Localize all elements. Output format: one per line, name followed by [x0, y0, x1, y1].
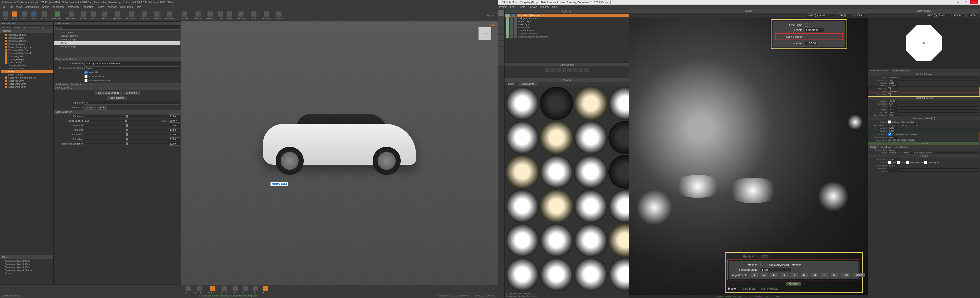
menu-render[interactable]: Rendering	[82, 6, 94, 8]
gamma-field[interactable]: 1	[888, 170, 898, 173]
mat-item[interactable]: Glass white 5mm	[1, 86, 53, 89]
me-scene[interactable]: Scene	[29, 26, 35, 29]
light-properties[interactable]: Master Settings NameUmbrella 1 Brightnes…	[868, 72, 980, 298]
preview-colorspace[interactable]: sRGB (rgbMonitor)	[926, 14, 951, 17]
tool-showall[interactable]: Show All	[192, 11, 204, 20]
solo-tool-icon[interactable]	[498, 41, 504, 46]
ctab-master[interactable]: Master	[728, 287, 737, 290]
preset-item[interactable]	[574, 258, 608, 291]
colorprofile-dd[interactable]: linear	[888, 158, 898, 160]
content-type-dd[interactable]: Image	[888, 149, 898, 151]
preset-item[interactable]	[608, 87, 629, 120]
shadowplane-check[interactable]	[84, 79, 88, 82]
lc-solo-icon[interactable]	[562, 68, 566, 72]
image-path[interactable]: temp\tmp14ubbd3c\4736-467a-b94a-3f9b1c22…	[888, 152, 978, 154]
preset-item[interactable]	[540, 189, 573, 223]
adj-y-plus[interactable]: ▶	[801, 273, 808, 277]
tool-aa[interactable]: Antialias	[39, 11, 50, 20]
lc-mute-icon[interactable]	[567, 68, 572, 72]
viewcube-face[interactable]: Front	[479, 27, 491, 40]
lc-clone-icon[interactable]	[550, 68, 555, 72]
env-empty[interactable]: Empty_Garage	[54, 45, 180, 48]
preset-item[interactable]	[608, 258, 629, 291]
p-maintain-chk[interactable]	[888, 120, 891, 124]
me-create[interactable]: Create/Convert	[13, 26, 27, 29]
brightness-slider[interactable]	[899, 80, 978, 81]
rsat-slider[interactable]	[84, 143, 167, 144]
light-row[interactable]: Halogen Desk Lamp	[505, 17, 628, 20]
p-x[interactable]: X	[888, 139, 891, 141]
tool-new[interactable]: New	[2, 11, 10, 20]
rotate-tool-icon[interactable]	[498, 16, 504, 22]
content-btn[interactable]: Content	[786, 282, 801, 285]
geom-dropdown[interactable]: Dome	[84, 66, 180, 70]
latitude-field[interactable]: -66.30	[805, 41, 818, 45]
light-row[interactable]: Dark Light	[505, 23, 628, 26]
flip-check[interactable]	[84, 75, 88, 78]
wb-slider[interactable]	[90, 120, 160, 121]
viewcube[interactable]: HOME Front	[475, 24, 495, 44]
lc-add-icon[interactable]	[545, 68, 549, 72]
preset-item[interactable]	[540, 155, 573, 189]
materials-tree[interactable]: Dashboard blackDashboard redDashboard Sw…	[0, 33, 53, 255]
tag-item[interactable]: Environment Asset: Emp	[1, 260, 53, 263]
p-enable-rot-chk[interactable]	[888, 133, 891, 136]
preset-item[interactable]	[540, 87, 573, 120]
preset-item[interactable]	[506, 189, 539, 223]
p-flip[interactable]: Flip	[901, 139, 907, 141]
me-edit[interactable]: Edit	[7, 26, 11, 29]
visible-check[interactable]	[84, 71, 88, 74]
vred-viewport[interactable]: VRED 2018 HOME Front	[181, 21, 498, 285]
env-dropdown[interactable]: HDRLightStudioLive Environment	[84, 62, 180, 65]
tag-item[interactable]: Environment Asset: Studio	[1, 269, 53, 272]
p-reset[interactable]: Reset	[907, 139, 915, 141]
canvas-channel[interactable]: RGB(A)	[837, 14, 852, 17]
preset-item[interactable]	[506, 87, 539, 120]
tool-sel[interactable]: Selection	[248, 11, 260, 20]
tool-stats[interactable]: Statistics	[151, 11, 162, 20]
tab-light-props[interactable]: Light Properties	[891, 68, 910, 72]
colormode-dd[interactable]: Leave	[888, 165, 898, 167]
menu-scene[interactable]: Scene	[42, 6, 49, 8]
mat-item[interactable]: Empty_Garage	[1, 58, 53, 61]
p-sd[interactable]: 166.92	[888, 111, 898, 113]
me-window[interactable]: Window	[37, 26, 44, 29]
tool-zoom[interactable]: Zoom To	[204, 11, 215, 20]
preset-item[interactable]	[608, 155, 629, 189]
hue-tool-icon[interactable]	[498, 35, 504, 40]
preset-item[interactable]	[574, 189, 608, 223]
menu-inter[interactable]: Interaction	[67, 6, 79, 8]
enable-rot-check[interactable]	[760, 263, 764, 266]
tool-grid[interactable]: Grid	[216, 11, 224, 20]
tool-save[interactable]: Save	[30, 11, 38, 20]
p-w[interactable]: 20.00	[888, 106, 898, 108]
preset-tab-studio[interactable]: StudioLights	[518, 82, 538, 86]
adj-y-minus[interactable]: ◀	[781, 273, 788, 277]
exposure-slider[interactable]	[84, 116, 167, 117]
tool-sim[interactable]: Simulate	[99, 11, 110, 20]
unpre-chk[interactable]	[906, 161, 909, 164]
light-row[interactable]: Warm Light	[505, 26, 628, 29]
light-row[interactable]: Round Light	[505, 20, 628, 23]
p-lon[interactable]: 5.04	[888, 103, 898, 105]
flip2-chk[interactable]	[897, 161, 900, 164]
tool-xform[interactable]: Transform	[235, 11, 247, 20]
mat-item[interactable]: Orange_Seaview	[1, 64, 53, 67]
signin-link[interactable]: Sign In	[487, 14, 493, 17]
lightpaint-dd[interactable]: All	[84, 101, 180, 105]
falloff-dropdown[interactable]: Quadratic	[805, 28, 824, 32]
tool-ruler[interactable]: Ruler	[226, 11, 234, 20]
mat-item[interactable]: Outdoor_Stage	[1, 67, 53, 70]
env-studio[interactable]: Studio	[54, 41, 180, 45]
p-arealight-chk[interactable]	[888, 87, 891, 90]
mat-item[interactable]: Environments	[1, 61, 53, 64]
tag-item[interactable]: Environment Asset: Oran	[1, 263, 53, 266]
tool-bound[interactable]: Boundings	[125, 11, 138, 20]
adj-x-plus[interactable]: ▶	[770, 273, 778, 277]
preset-item[interactable]	[574, 155, 608, 189]
ct-master[interactable]: Master	[868, 145, 878, 149]
p-dm[interactable]: 1.00	[888, 114, 898, 116]
light-list[interactable]: Umbrella 1 [AreaLight]Halogen Desk LampR…	[504, 13, 629, 62]
tool-tex[interactable]: Texturing	[261, 11, 272, 20]
tool-iso[interactable]: Isolate	[89, 11, 99, 20]
